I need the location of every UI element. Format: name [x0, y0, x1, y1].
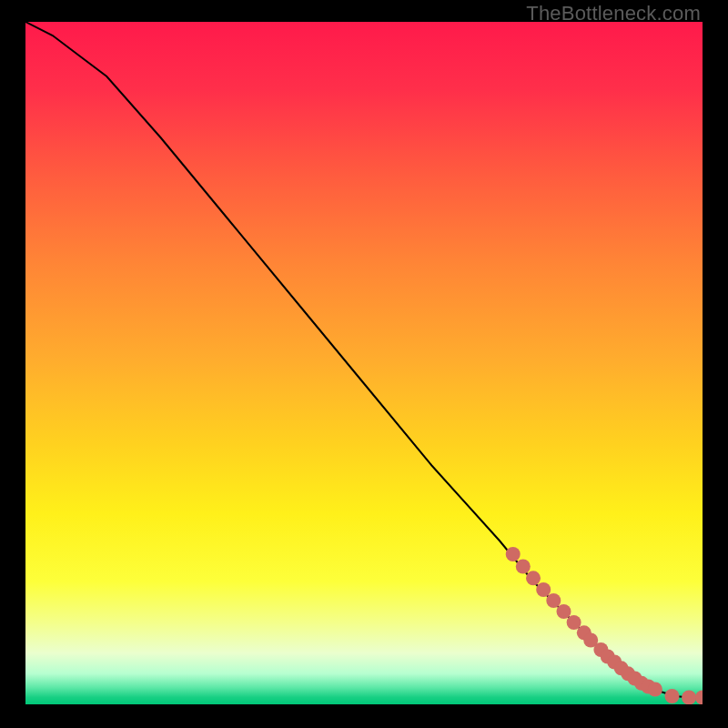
chart-marker — [546, 593, 561, 608]
chart-marker — [648, 682, 662, 697]
chart-marker — [506, 547, 521, 561]
chart-marker — [557, 604, 571, 619]
chart-plot — [25, 22, 703, 704]
chart-frame — [25, 22, 703, 704]
chart-marker — [536, 582, 551, 597]
chart-marker — [516, 560, 531, 574]
chart-marker — [665, 689, 680, 703]
chart-marker — [526, 571, 541, 585]
chart-marker — [682, 691, 696, 705]
chart-background — [25, 22, 703, 704]
